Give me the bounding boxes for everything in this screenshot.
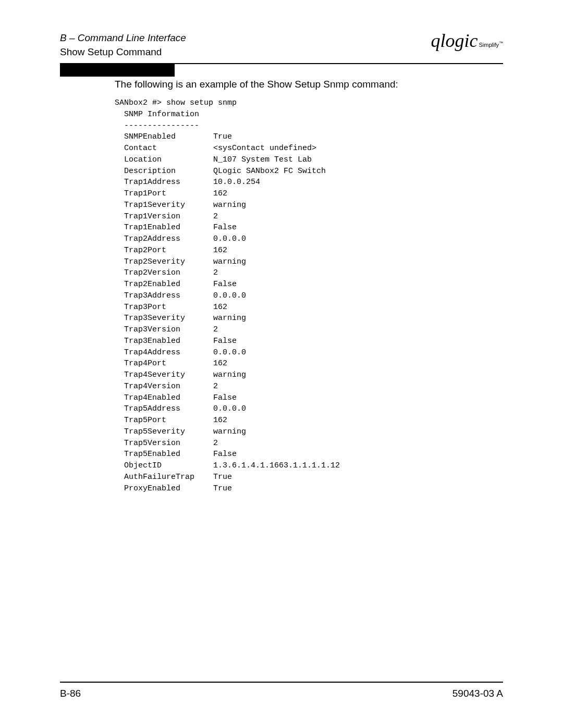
- logo-sub: Simplify: [479, 42, 499, 48]
- logo-main: qlogic: [431, 30, 478, 51]
- doc-number: 59043-03 A: [452, 688, 503, 699]
- page-header-text: B – Command Line Interface Show Setup Co…: [60, 31, 186, 59]
- qlogic-logo: qlogicSimplify™: [431, 31, 504, 50]
- logo-tm: ™: [499, 41, 503, 45]
- black-bar: [60, 64, 175, 77]
- code-block: SANbox2 #> show setup snmp SNMP Informat…: [115, 97, 503, 494]
- page-number: B-86: [60, 688, 81, 699]
- header-line-2: Show Setup Command: [60, 45, 186, 59]
- header-line-1: B – Command Line Interface: [60, 31, 186, 45]
- footer-rule: [60, 682, 503, 683]
- intro-text: The following is an example of the Show …: [115, 79, 503, 90]
